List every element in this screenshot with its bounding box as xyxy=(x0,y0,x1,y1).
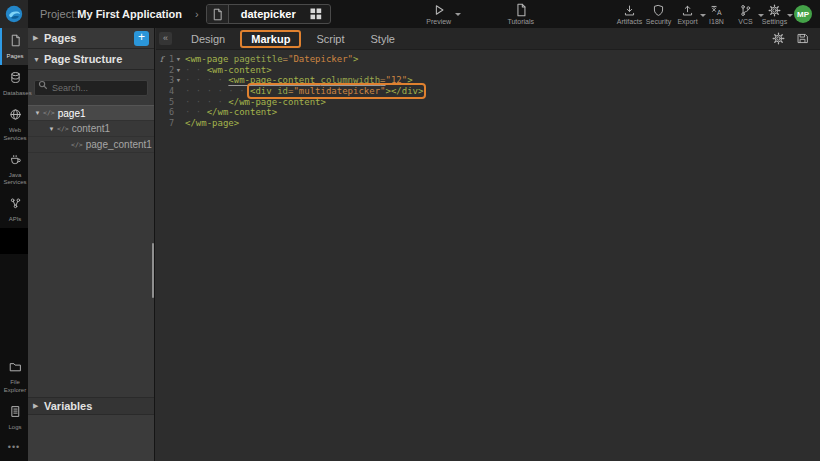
markup-code-editor[interactable]: f 1 ▼ <wm-page pagetitle="Datepicker"> 2… xyxy=(156,50,820,461)
download-icon xyxy=(623,4,636,17)
chevron-down-icon[interactable] xyxy=(787,14,793,17)
page-tab-label: datepicker xyxy=(229,8,310,20)
tab-style[interactable]: Style xyxy=(361,31,405,47)
chevron-down-icon[interactable]: ▼ xyxy=(47,126,56,132)
rail-item-logs[interactable]: Logs xyxy=(0,399,28,436)
project-label: Project: xyxy=(40,8,77,20)
grid-icon[interactable] xyxy=(310,8,330,20)
gutter: 5 xyxy=(156,97,183,107)
pages-section-title: Pages xyxy=(44,32,76,44)
rail-item-file-explorer[interactable]: File Explorer xyxy=(0,354,28,398)
code-text: · · · · · · <div id="multidatepicker"></… xyxy=(185,86,423,96)
i18n-button[interactable]: A I18N xyxy=(702,4,731,25)
chevron-right-icon[interactable]: ▶ xyxy=(33,402,44,410)
rail-item-label: File Explorer xyxy=(3,379,27,393)
tab-design[interactable]: Design xyxy=(181,31,235,47)
globe-icon xyxy=(9,108,22,121)
rail-gap xyxy=(0,228,28,254)
action-label: Artifacts xyxy=(617,18,642,25)
tree-node-page_content1[interactable]: </> page_content1 xyxy=(28,137,154,153)
editor-toolbar xyxy=(772,32,809,45)
rail-item-web-services[interactable]: Web Services xyxy=(0,102,28,146)
tree-node-label: page1 xyxy=(58,108,86,119)
security-button[interactable]: Security xyxy=(644,4,673,25)
fold-toggle-icon[interactable]: ▼ xyxy=(174,67,183,73)
fold-toggle-icon[interactable]: ▼ xyxy=(174,56,183,62)
chevron-down-icon[interactable]: ▼ xyxy=(33,110,42,116)
book-icon xyxy=(514,3,528,17)
wavemaker-logo[interactable] xyxy=(0,0,28,28)
tab-script[interactable]: Script xyxy=(306,31,354,47)
widget-icon: </> xyxy=(57,125,69,133)
editor-tab-bar: « DesignMarkupScriptStyle xyxy=(156,28,820,50)
rail-item-label: Pages xyxy=(3,53,27,60)
play-icon xyxy=(432,3,446,17)
action-label: Export xyxy=(677,18,697,25)
editor-tabs: DesignMarkupScriptStyle xyxy=(178,31,408,47)
preview-button[interactable]: Preview xyxy=(421,3,457,25)
add-page-button[interactable]: + xyxy=(134,31,149,46)
shield-icon xyxy=(652,4,665,17)
format-marker: f xyxy=(158,55,165,64)
artifacts-button[interactable]: Artifacts xyxy=(615,4,644,25)
rail-item-java-services[interactable]: Java Services xyxy=(0,147,28,191)
action-label: I18N xyxy=(709,18,724,25)
gutter: 2 ▼ xyxy=(156,65,183,75)
rail-item-apis[interactable]: APIs xyxy=(0,191,28,228)
page-structure-header[interactable]: ▼ Page Structure xyxy=(28,49,154,70)
search-box xyxy=(34,77,148,96)
translate-icon: A xyxy=(710,4,723,17)
svg-text:A: A xyxy=(717,8,722,15)
upload-icon xyxy=(681,4,694,17)
collapse-panel-button[interactable]: « xyxy=(159,32,172,45)
gear-icon xyxy=(768,4,781,17)
rail-item-label: Logs xyxy=(3,424,27,431)
preview-chevron-icon[interactable] xyxy=(455,13,461,16)
page-structure-tree: ▼ </> page1▼ </> content1 </> page_conte… xyxy=(28,105,154,153)
rail-item-pages[interactable]: Pages xyxy=(0,28,28,65)
settings-button[interactable]: Settings xyxy=(760,4,789,25)
code-text: · · · · </wm-page-content> xyxy=(185,97,326,107)
gutter: 6 xyxy=(156,107,183,117)
panel-scrollbar[interactable] xyxy=(152,243,154,298)
tree-node-label: page_content1 xyxy=(86,139,152,150)
rail-item-label: Databases xyxy=(3,90,27,97)
pages-section-header[interactable]: ▶ Pages + xyxy=(28,28,154,49)
tree-node-label: content1 xyxy=(72,123,110,134)
rail-item-databases[interactable]: Databases xyxy=(0,65,28,102)
line-number: 1 xyxy=(165,54,174,64)
tree-node-content1[interactable]: ▼ </> content1 xyxy=(28,121,154,137)
topbar-actions: Artifacts Security Export A I18N VCS xyxy=(615,4,789,25)
code-line-6[interactable]: 6 · · </wm-content> xyxy=(156,107,820,118)
search-input[interactable] xyxy=(34,80,148,96)
variables-section-title: Variables xyxy=(44,400,92,412)
code-line-5[interactable]: 5 · · · · </wm-page-content> xyxy=(156,96,820,107)
action-label: Settings xyxy=(762,18,787,25)
variables-section-header[interactable]: ▶ Variables xyxy=(28,397,154,415)
chevron-down-icon[interactable]: ▼ xyxy=(33,56,44,63)
code-line-2[interactable]: 2 ▼ · · <wm-content> xyxy=(156,65,820,76)
export-button[interactable]: Export xyxy=(673,4,702,25)
more-options-button[interactable]: ••• xyxy=(0,436,28,461)
search-icon xyxy=(38,80,48,90)
project-breadcrumb: Project:My First Application xyxy=(40,8,182,20)
code-line-3[interactable]: 3 ▼ · · · · <wm-page-content columnwidth… xyxy=(156,75,820,86)
tree-node-page1[interactable]: ▼ </> page1 xyxy=(28,105,154,121)
wavemaker-logo-icon xyxy=(5,5,23,23)
preview-label: Preview xyxy=(426,18,451,25)
vcs-button[interactable]: VCS xyxy=(731,4,760,25)
tab-markup[interactable]: Markup xyxy=(241,31,300,47)
page-tab-datepicker[interactable]: datepicker xyxy=(206,4,331,24)
code-line-7[interactable]: 7 </wm-page> xyxy=(156,118,820,129)
page-structure-title: Page Structure xyxy=(44,53,122,65)
avatar[interactable]: MP xyxy=(794,5,812,23)
chevron-right-icon[interactable]: ▶ xyxy=(33,34,44,42)
save-icon[interactable] xyxy=(796,32,809,45)
tutorials-button[interactable]: Tutorials xyxy=(503,3,539,25)
code-line-1[interactable]: f 1 ▼ <wm-page pagetitle="Datepicker"> xyxy=(156,54,820,65)
gear-icon[interactable] xyxy=(772,32,785,45)
branch-icon xyxy=(739,4,752,17)
code-text: · · <wm-content> xyxy=(185,65,272,75)
fold-toggle-icon[interactable]: ▼ xyxy=(174,77,183,83)
code-line-4[interactable]: 4 · · · · · · <div id="multidatepicker">… xyxy=(156,86,820,97)
